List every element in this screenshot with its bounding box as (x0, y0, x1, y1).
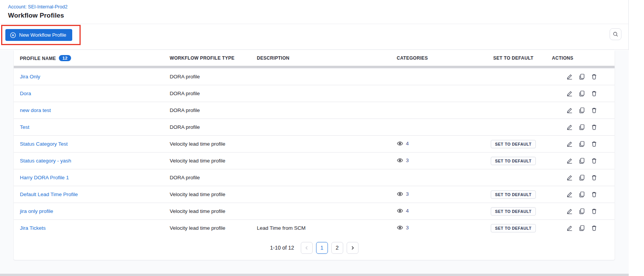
set-to-default-badge: SET TO DEFAULT (491, 157, 535, 165)
row-actions (552, 225, 612, 231)
search-icon (613, 31, 618, 37)
pagination: 1-10 of 12 1 2 (14, 237, 615, 260)
row-actions (552, 90, 612, 97)
profile-name-link[interactable]: Dora (20, 91, 31, 96)
eye-icon (397, 208, 403, 214)
row-actions (552, 107, 612, 114)
profile-name-link[interactable]: Test (20, 124, 29, 130)
profile-type-cell: DORA profile (164, 68, 251, 85)
edit-icon[interactable] (566, 208, 573, 214)
pagination-page-1-button[interactable]: 1 (316, 242, 328, 254)
row-actions (552, 157, 612, 164)
pagination-range-text: 1-10 of 12 (270, 245, 294, 251)
profile-name-link[interactable]: Default Lead Time Profile (20, 192, 78, 197)
table-row: Status category - yash Velocity lead tim… (14, 153, 615, 169)
set-to-default-badge: SET TO DEFAULT (491, 190, 535, 199)
table-header: PROFILE NAME12 WORKFLOW PROFILE TYPE DES… (14, 50, 615, 66)
delete-icon[interactable] (591, 124, 597, 130)
profile-description-cell (251, 186, 391, 203)
edit-icon[interactable] (566, 174, 573, 181)
delete-icon[interactable] (591, 225, 597, 231)
set-to-default-badge: SET TO DEFAULT (491, 207, 535, 216)
edit-icon[interactable] (566, 90, 573, 97)
search-button[interactable] (610, 28, 621, 40)
categories-preview[interactable]: 4 (397, 140, 409, 147)
workflow-profiles-page: Account: SEI-Internal-Prod2 Workflow Pro… (0, 0, 644, 276)
duplicate-icon[interactable] (579, 225, 585, 231)
delete-icon[interactable] (591, 73, 597, 80)
edit-icon[interactable] (566, 157, 573, 164)
profile-name-link[interactable]: Status Category Test (20, 141, 68, 147)
duplicate-icon[interactable] (579, 191, 585, 198)
edit-icon[interactable] (566, 191, 573, 198)
bottom-scrollbar-band[interactable] (0, 274, 629, 276)
column-header-type: WORKFLOW PROFILE TYPE (164, 50, 251, 66)
profile-type-cell: Velocity lead time profile (164, 220, 251, 237)
profile-type-cell: Velocity lead time profile (164, 186, 251, 203)
profile-description-cell (251, 68, 391, 85)
row-actions (552, 191, 612, 198)
duplicate-icon[interactable] (579, 157, 585, 164)
delete-icon[interactable] (591, 90, 597, 97)
profiles-table-card: PROFILE NAME12 WORKFLOW PROFILE TYPE DES… (14, 50, 615, 260)
toolbar: New Workflow Profile (0, 24, 628, 50)
table-row: Dora DORA profile (14, 85, 615, 102)
table-row: Default Lead Time Profile Velocity lead … (14, 186, 615, 203)
categories-preview[interactable]: 4 (397, 208, 409, 214)
page-header: Account: SEI-Internal-Prod2 Workflow Pro… (0, 0, 628, 24)
categories-count: 3 (406, 191, 409, 197)
profile-description-cell (251, 119, 391, 136)
chevron-right-icon (350, 246, 355, 250)
delete-icon[interactable] (591, 191, 597, 198)
profile-name-link[interactable]: Jira Only (20, 74, 40, 80)
duplicate-icon[interactable] (579, 73, 585, 80)
profile-name-link[interactable]: jira only profile (20, 208, 53, 214)
profile-name-link[interactable]: Jira Tickets (20, 225, 46, 231)
account-breadcrumb-link[interactable]: Account: SEI-Internal-Prod2 (8, 4, 68, 10)
profile-description-cell (251, 169, 391, 186)
edit-icon[interactable] (566, 73, 573, 80)
table-row: Jira Tickets Velocity lead time profile … (14, 220, 615, 237)
delete-icon[interactable] (591, 174, 597, 181)
profile-type-cell: DORA profile (164, 85, 251, 102)
column-header-actions: ACTIONS (546, 50, 615, 66)
column-header-categories: CATEGORIES (391, 50, 478, 66)
delete-icon[interactable] (591, 157, 597, 164)
set-to-default-badge: SET TO DEFAULT (491, 224, 535, 232)
duplicate-icon[interactable] (579, 174, 585, 181)
profile-type-cell: DORA profile (164, 119, 251, 136)
duplicate-icon[interactable] (579, 208, 585, 214)
duplicate-icon[interactable] (579, 107, 585, 114)
delete-icon[interactable] (591, 107, 597, 114)
pagination-prev-button[interactable] (301, 242, 313, 254)
categories-preview[interactable]: 3 (397, 224, 409, 231)
pagination-next-button[interactable] (347, 242, 358, 254)
row-actions (552, 208, 612, 214)
categories-preview[interactable]: 3 (397, 191, 409, 197)
profile-type-cell: DORA profile (164, 102, 251, 119)
duplicate-icon[interactable] (579, 90, 585, 97)
table-row: jira only profile Velocity lead time pro… (14, 203, 615, 220)
duplicate-icon[interactable] (579, 141, 585, 147)
profile-name-link[interactable]: Status category - yash (20, 158, 71, 164)
delete-icon[interactable] (591, 141, 597, 147)
column-header-default: SET TO DEFAULT (478, 50, 546, 66)
table-row: Harry DORA Profile 1 DORA profile (14, 169, 615, 186)
profile-description-cell: Lead Time from SCM (251, 220, 391, 237)
profile-type-cell: Velocity lead time profile (164, 153, 251, 169)
profile-name-link[interactable]: new dora test (20, 107, 51, 113)
edit-icon[interactable] (566, 141, 573, 147)
profile-description-cell (251, 85, 391, 102)
chevron-left-icon (305, 246, 309, 250)
pagination-page-2-button[interactable]: 2 (331, 242, 343, 254)
categories-preview[interactable]: 3 (397, 157, 409, 164)
row-count-badge: 12 (59, 55, 71, 61)
new-workflow-profile-button[interactable]: New Workflow Profile (5, 29, 72, 41)
duplicate-icon[interactable] (579, 124, 585, 130)
edit-icon[interactable] (566, 225, 573, 231)
delete-icon[interactable] (591, 208, 597, 214)
profile-name-link[interactable]: Harry DORA Profile 1 (20, 175, 69, 180)
edit-icon[interactable] (566, 107, 573, 114)
categories-count: 3 (406, 157, 409, 163)
edit-icon[interactable] (566, 124, 573, 130)
